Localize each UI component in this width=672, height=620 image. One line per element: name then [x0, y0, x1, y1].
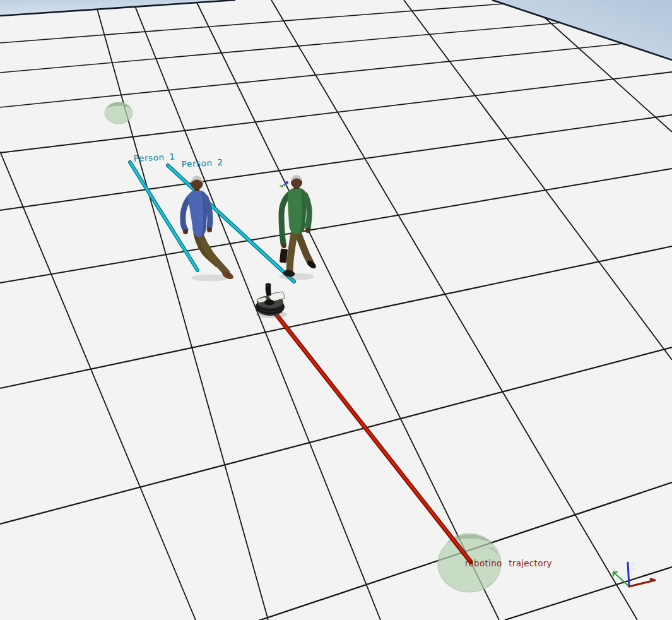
robot-trajectory-label: robotino trajectory	[465, 558, 552, 568]
robot-antenna-top	[266, 283, 271, 287]
floor-plane	[0, 0, 672, 620]
goal-sphere-far	[105, 102, 133, 124]
robot-hub	[264, 300, 274, 306]
person2-left-hand	[281, 243, 286, 248]
person2-bag	[280, 249, 288, 263]
person1-left-hand	[183, 229, 188, 234]
scene-svg[interactable]: Person 1 Person 2	[0, 0, 672, 620]
person1-right-hand	[207, 227, 212, 232]
axis-z-letter: Z	[630, 562, 635, 571]
person2-front-leg	[290, 234, 294, 270]
axis-z-arrow	[628, 563, 629, 587]
3d-viewport[interactable]: Person 1 Person 2	[0, 0, 672, 620]
person2-right-hand	[305, 228, 310, 233]
